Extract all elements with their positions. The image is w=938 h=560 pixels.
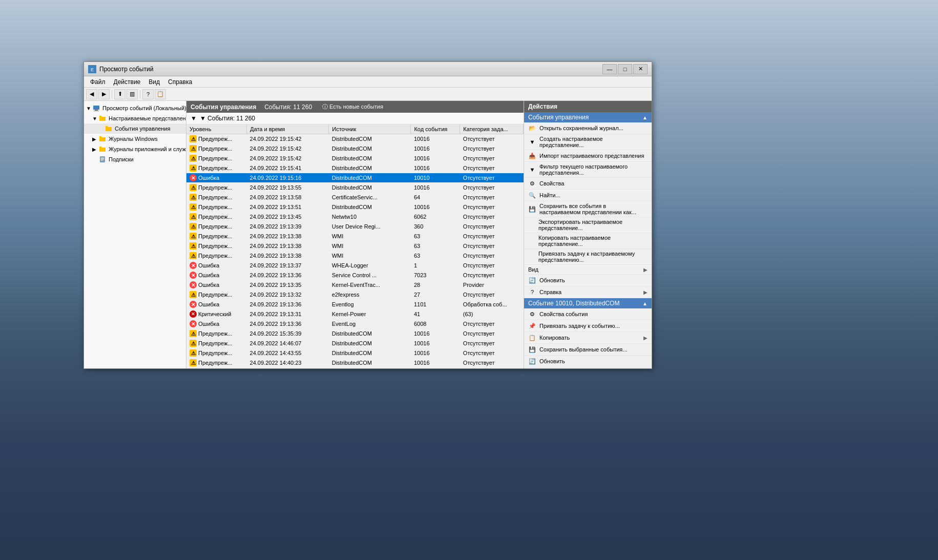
action-item[interactable]: ▼Создать настраиваемое представление...	[524, 134, 652, 150]
level-label: Предупреж...	[198, 204, 232, 210]
col-code[interactable]: Код события	[411, 125, 460, 134]
table-row[interactable]: ⚠ Предупреж... 24.09.2022 19:15:42 Distr…	[186, 134, 524, 144]
level-label: Предупреж...	[198, 243, 232, 249]
cell-datetime: 24.09.2022 15:35:39	[247, 329, 329, 339]
page-icon	[98, 155, 107, 163]
tree-item-root[interactable]: ▼ Просмотр событий (Локальный)	[84, 103, 186, 113]
view-button[interactable]: ▥	[127, 89, 138, 99]
action-label: Свойства события	[539, 311, 648, 317]
toolbar-separator-1	[112, 90, 112, 98]
section-2-arrow: ▲	[642, 301, 648, 306]
tree-item-win-logs[interactable]: ▶ Журналы Windows	[84, 134, 186, 144]
col-category[interactable]: Категория зада...	[460, 125, 524, 134]
action-item[interactable]: Копировать настраиваемое представление..…	[524, 233, 652, 249]
action-item[interactable]: ?Справка▶	[524, 367, 652, 368]
action-label: Импорт настраиваемого представления	[539, 153, 648, 159]
filter-row[interactable]: ▼ ▼ События: 11 260	[186, 113, 524, 125]
table-row[interactable]: ⚠ Предупреж... 24.09.2022 14:40:23 Distr…	[186, 368, 524, 369]
table-row[interactable]: ⚠ Предупреж... 24.09.2022 19:13:38 WMI 6…	[186, 232, 524, 241]
table-row[interactable]: ⚠ Предупреж... 24.09.2022 19:13:55 Distr…	[186, 183, 524, 193]
table-row[interactable]: ✕ Ошибка 24.09.2022 19:13:36 Eventlog 11…	[186, 300, 524, 309]
level-icon: ✕	[190, 320, 197, 327]
action-item[interactable]: 📌Привязать задачу к событию...	[524, 320, 652, 332]
table-row[interactable]: ⚠ Предупреж... 24.09.2022 19:13:51 Distr…	[186, 202, 524, 212]
action-item[interactable]: Вид▶	[524, 265, 652, 275]
cell-level: ⚠ Предупреж...	[186, 358, 247, 368]
tree-arrow-root: ▼	[86, 106, 92, 111]
export-button[interactable]: 📋	[155, 89, 166, 99]
tree-item-app-logs[interactable]: ▶ Журналы приложений и служб	[84, 144, 186, 154]
table-row[interactable]: ✕ Ошибка 24.09.2022 19:15:16 Distributed…	[186, 173, 524, 183]
menu-file[interactable]: Файл	[86, 77, 110, 87]
table-row[interactable]: ⚠ Предупреж... 24.09.2022 19:15:42 Distr…	[186, 154, 524, 163]
tree-item-subs[interactable]: Подписки	[84, 154, 186, 164]
table-row[interactable]: ⚠ Предупреж... 24.09.2022 14:46:07 Distr…	[186, 339, 524, 348]
tree-item-custom-views[interactable]: ▼ Настраиваемые представления	[84, 113, 186, 123]
cell-source: DistributedCOM	[329, 173, 411, 183]
action-item[interactable]: ⚙Свойства события	[524, 308, 652, 320]
action-item[interactable]: ⚙Свойства	[524, 178, 652, 190]
toolbar: ◀ ▶ ⬆ ▥ ? 📋	[84, 88, 652, 101]
cell-level: ⚠ Предупреж...	[186, 144, 247, 154]
table-row[interactable]: ⚠ Предупреж... 24.09.2022 19:13:45 Netwt…	[186, 212, 524, 222]
action-item[interactable]: 📂Открыть сохраненный журнал...	[524, 122, 652, 134]
action-item[interactable]: 📥Импорт настраиваемого представления	[524, 150, 652, 162]
cell-code: 10010	[411, 173, 460, 183]
folder-icon-3	[98, 135, 107, 143]
table-row[interactable]: ⚠ Предупреж... 24.09.2022 19:15:41 Distr…	[186, 163, 524, 173]
action-icon: 📂	[528, 124, 536, 132]
table-row[interactable]: ✕ Ошибка 24.09.2022 19:13:37 WHEA-Logger…	[186, 261, 524, 271]
help-button[interactable]: ?	[142, 89, 154, 99]
action-item[interactable]: 💾Сохранить выбранные события...	[524, 344, 652, 356]
col-level[interactable]: Уровень	[186, 125, 247, 134]
action-item[interactable]: Привязать задачу к настраиваемому предст…	[524, 249, 652, 265]
up-button[interactable]: ⬆	[114, 89, 126, 99]
table-row[interactable]: ⚠ Предупреж... 24.09.2022 19:13:58 Certi…	[186, 193, 524, 202]
table-row[interactable]: ✕ Ошибка 24.09.2022 19:13:36 EventLog 60…	[186, 319, 524, 329]
col-datetime[interactable]: Дата и время	[247, 125, 329, 134]
action-item[interactable]: 💾Сохранить все события в настраиваемом п…	[524, 201, 652, 217]
menu-bar: Файл Действие Вид Справка	[84, 76, 652, 88]
folder-icon-1	[98, 114, 107, 122]
cell-code: 10016	[411, 134, 460, 144]
menu-help[interactable]: Справка	[164, 77, 196, 87]
cell-category: Отсутствует	[460, 212, 524, 222]
section-header-2[interactable]: Событие 10010, DistributedCOM ▲	[524, 298, 652, 308]
action-item[interactable]: 🔄Обновить	[524, 275, 652, 286]
action-item[interactable]: 📋Копировать▶	[524, 332, 652, 344]
cell-level: ⚠ Предупреж...	[186, 202, 247, 212]
action-item[interactable]: 🔄Обновить	[524, 356, 652, 367]
table-row[interactable]: ⚠ Предупреж... 24.09.2022 15:35:39 Distr…	[186, 329, 524, 339]
minimize-button[interactable]: —	[602, 64, 617, 74]
table-row[interactable]: ✕ Критический 24.09.2022 19:13:31 Kernel…	[186, 309, 524, 319]
back-button[interactable]: ◀	[86, 89, 97, 99]
table-row[interactable]: ⚠ Предупреж... 24.09.2022 19:15:42 Distr…	[186, 144, 524, 154]
close-button[interactable]: ✕	[633, 64, 648, 74]
maximize-button[interactable]: □	[618, 64, 632, 74]
table-row[interactable]: ⚠ Предупреж... 24.09.2022 19:13:38 WMI 6…	[186, 251, 524, 261]
action-item[interactable]: Экспортировать настраиваемое представлен…	[524, 217, 652, 233]
action-item[interactable]: ▼Фильтр текущего настраиваемого представ…	[524, 162, 652, 178]
table-row[interactable]: ✕ Ошибка 24.09.2022 19:13:36 Service Con…	[186, 271, 524, 280]
cell-datetime: 24.09.2022 19:15:41	[247, 163, 329, 173]
table-row[interactable]: ⚠ Предупреж... 24.09.2022 19:13:38 WMI 6…	[186, 241, 524, 251]
section-header-1[interactable]: События управления ▲	[524, 112, 652, 122]
action-item[interactable]: ?Справка▶	[524, 286, 652, 298]
col-source[interactable]: Источник	[329, 125, 411, 134]
cell-datetime: 24.09.2022 19:13:58	[247, 193, 329, 202]
forward-button[interactable]: ▶	[98, 89, 110, 99]
level-icon: ⚠	[190, 233, 197, 240]
table-row[interactable]: ⚠ Предупреж... 24.09.2022 19:13:32 e2fex…	[186, 290, 524, 300]
action-item[interactable]: 🔍Найти...	[524, 190, 652, 201]
cell-code: 10016	[411, 348, 460, 358]
cell-category: Отсутствует	[460, 251, 524, 261]
menu-view[interactable]: Вид	[144, 77, 164, 87]
tree-item-events[interactable]: События управления	[84, 123, 186, 134]
events-count: 11 260	[293, 103, 312, 111]
table-row[interactable]: ⚠ Предупреж... 24.09.2022 14:43:55 Distr…	[186, 348, 524, 358]
menu-action[interactable]: Действие	[110, 77, 145, 87]
table-row[interactable]: ⚠ Предупреж... 24.09.2022 19:13:39 User …	[186, 222, 524, 232]
cell-datetime: 24.09.2022 19:15:42	[247, 134, 329, 144]
table-row[interactable]: ✕ Ошибка 24.09.2022 19:13:35 Kernel-Even…	[186, 280, 524, 290]
table-row[interactable]: ⚠ Предупреж... 24.09.2022 14:40:23 Distr…	[186, 358, 524, 368]
